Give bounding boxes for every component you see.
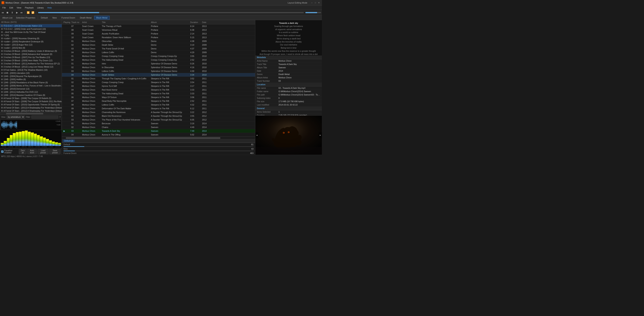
- track-row[interactable]: 03Morbus ChronThe Place of the Four Hund…: [62, 118, 255, 122]
- filter-input[interactable]: [32, 116, 58, 118]
- menu-view[interactable]: View: [15, 6, 23, 9]
- playlist-item[interactable]: 3 Inches Of Blood - [2009] Here Waits Th…: [0, 59, 62, 62]
- close-button[interactable]: ✕: [318, 2, 320, 4]
- playlist-list[interactable]: !T.O.O.H.! - [2013] Democratic Nation (1…: [0, 24, 62, 112]
- stop-button[interactable]: ⏹: [6, 11, 10, 15]
- track-row[interactable]: 07Svart CrownThe Therapy of FleshProfane…: [62, 25, 255, 28]
- tab-funeral-doom[interactable]: Funeral Doom: [59, 16, 78, 20]
- track-row[interactable]: 02Morbus ChronIn ObscuritasSplendour Of …: [62, 66, 255, 69]
- playlist-item[interactable]: <code> - [2013] Augur Nox (12): [0, 43, 62, 46]
- playlist-item[interactable]: 1349 - [2010] Demonoir (13): [0, 87, 62, 90]
- shuffle-button[interactable]: 🔀: [26, 11, 30, 15]
- prev-button[interactable]: ⏮: [1, 11, 5, 15]
- playlist-item[interactable]: A Forest Of Stars - [2008] The Corpse Of…: [0, 100, 62, 103]
- track-row[interactable]: 02Morbus ChronCreepy Creeping CreepSleep…: [62, 81, 255, 84]
- track-row[interactable]: 04Morbus ChronAurora In The OffingSweven…: [62, 133, 255, 137]
- playlist-item[interactable]: 3 Inches Of Blood - [2002] Battlecry Und…: [0, 49, 62, 53]
- track-row[interactable]: 06Morbus ChronWays Of TortureSleepers In…: [62, 95, 255, 99]
- menu-edit[interactable]: Edit: [8, 6, 15, 9]
- playlist-item[interactable]: ...And You Will Know Us By The Trail Of …: [0, 31, 62, 34]
- track-row[interactable]: 04Morbus ChronLidless CoffinDemo4:292009: [62, 51, 255, 54]
- col-header-date[interactable]: Date: [201, 21, 211, 24]
- playlist-item[interactable]: 3 Inches Of Blood - [2011] Anthems For T…: [0, 62, 62, 65]
- volume-slider[interactable]: [306, 12, 321, 13]
- playlist-item[interactable]: <code> - [2009] Resplendent Grotesque (8…: [0, 40, 62, 43]
- tab-death-metal[interactable]: Death Metal: [78, 16, 94, 20]
- playlist-item[interactable]: 3 Inches Of Blood - [2012] Long Live Hea…: [0, 65, 62, 68]
- playlist-item[interactable]: 1349 - [2005] Hellfire (8): [0, 78, 62, 81]
- progress-bar[interactable]: [38, 12, 304, 13]
- track-row[interactable]: 07Morbus ChronDead Body Pile NecrophileS…: [62, 99, 255, 103]
- filter-help-button[interactable]: ?: [59, 116, 60, 118]
- track-row[interactable]: 08Morbus ChronLidless CoffinSleepers In …: [62, 103, 255, 107]
- track-row[interactable]: ▶03Morbus ChronTowards A Dark SkySweven7…: [62, 129, 255, 133]
- playlist-item[interactable]: 1349 - [2014] Massive Cauldron Of Chaos …: [0, 93, 62, 97]
- track-row[interactable]: 05Morbus ChronThe Hallucinating DeadSlee…: [62, 92, 255, 95]
- bottom-tab-default2[interactable]: Default [2]: [63, 139, 75, 142]
- playlist-item[interactable]: 3 Inches Of Blood - [2007] Fire Up The B…: [0, 56, 62, 59]
- eq-enabled-checkbox[interactable]: [1, 150, 4, 153]
- playlist-item[interactable]: 1349 - [2009] Revelations of the Black F…: [0, 81, 62, 84]
- track-row[interactable]: 02Morbus ChronDeath StrikeDemo3:192009: [62, 43, 255, 47]
- playlist-item[interactable]: A Forest Of Stars - [2012] A Shadowplay …: [0, 109, 62, 112]
- col-header-title[interactable]: Title: [101, 21, 150, 24]
- tab-new[interactable]: New: [50, 16, 59, 20]
- col-header-duration[interactable]: Duration: [190, 21, 201, 24]
- track-row[interactable]: 09Morbus ChronDeformation Of The Dark Ma…: [62, 107, 255, 110]
- track-row[interactable]: 08Svart CrownVenomous RitualProfane6:382…: [62, 28, 255, 32]
- track-row[interactable]: 09Svart CrownAscetic PurificationProfane…: [62, 32, 255, 36]
- playlist-horizontal-scrollbar[interactable]: [0, 112, 62, 115]
- counts-row[interactable]: Funeral Doom483: [62, 151, 255, 155]
- counts-row[interactable]: New43: [62, 147, 255, 151]
- track-row[interactable]: 02Morbus ChronBlack Orb ReverenceA Saunt…: [62, 114, 255, 118]
- playlist-item[interactable]: A Forest Of Stars - [2008] The Corpse Of…: [0, 97, 62, 100]
- counts-row[interactable]: Default81: [62, 143, 255, 146]
- save-preset-button[interactable]: Save preset: [49, 149, 60, 154]
- col-header-playing[interactable]: Playing: [63, 21, 70, 24]
- menu-playback[interactable]: Playback: [23, 6, 35, 9]
- playlist-item[interactable]: <code> - [2015] Mut (9): [0, 46, 62, 49]
- menu-library[interactable]: Library: [36, 6, 46, 9]
- playlist-item[interactable]: <code> - [2005] Nouveau Gloaming (8): [0, 37, 62, 40]
- zero-all-button[interactable]: Zero all: [19, 149, 26, 154]
- col-header-album[interactable]: Album: [150, 21, 190, 24]
- playlist-item[interactable]: !T.O.O.H.! - [2005] Order and Punishment…: [0, 27, 62, 31]
- minimize-button[interactable]: ─: [310, 2, 313, 4]
- tab-album-list[interactable]: Album List: [1, 16, 14, 20]
- maximize-button[interactable]: □: [314, 2, 317, 4]
- playlist-item[interactable]: A Forest Of Stars - [2010] Opportunistic…: [0, 103, 62, 106]
- playlist-item[interactable]: 1349 - [2009] Works of Fire, Forces of H…: [0, 84, 62, 87]
- playlist-item[interactable]: !T.O.O.H.! - [2013] Democratic Nation (1…: [0, 24, 62, 27]
- auto-level-button[interactable]: Auto level: [27, 149, 37, 154]
- playlist-item[interactable]: ? (24): [0, 34, 62, 37]
- tab-default[interactable]: Default: [39, 16, 50, 20]
- track-row[interactable]: 03Morbus ChronLidless CoffinSplendour Of…: [62, 69, 255, 73]
- repeat-button[interactable]: 🔁: [31, 11, 35, 15]
- track-row[interactable]: 01Morbus ChronObscuritasDemo4:382009: [62, 39, 255, 43]
- load-preset-button[interactable]: Load preset: [38, 149, 48, 154]
- playlist-item[interactable]: 8 Foot Sativa - [2013] The Shadow Master…: [0, 68, 62, 71]
- track-row[interactable]: 02Morbus ChronThe Hallucinating DeadCree…: [62, 58, 255, 62]
- track-row[interactable]: 10Svart CrownRevelation: Down Here Still…: [62, 36, 255, 39]
- track-row[interactable]: 01Morbus ChronThrough The Gaping Gate / …: [62, 77, 255, 81]
- playlist-item[interactable]: A Forest Of Stars - [2012] A Shadowplay …: [0, 106, 62, 109]
- pause-button[interactable]: ⏸: [10, 11, 14, 15]
- col-header-artist[interactable]: Artist: [81, 21, 101, 24]
- track-row[interactable]: 03Morbus ChronThe Putrid Smell Of HellDe…: [62, 47, 255, 51]
- tracklist-bottom-scrollbar[interactable]: [62, 137, 255, 139]
- playlist-item[interactable]: 1349 - [2004] Beyond The Apocalypse (9): [0, 75, 62, 78]
- tracklist-body[interactable]: 07Svart CrownThe Therapy of FleshProfane…: [62, 25, 255, 137]
- album-art-next[interactable]: ►: [319, 132, 322, 138]
- track-row[interactable]: 03Morbus ChronHymns To A StiffSleepers I…: [62, 84, 255, 88]
- album-art-prev[interactable]: ◄: [255, 132, 258, 138]
- track-row[interactable]: 04Morbus ChronDeath StrikesSplendour Of …: [62, 73, 255, 77]
- track-row[interactable]: 01Morbus ChronIntroSplendour Of Disease …: [62, 62, 255, 66]
- playlist-item[interactable]: 3 Inches Of Blood - [2004] Advance And V…: [0, 53, 62, 56]
- playlist-item[interactable]: 1349 - [2011] Hellveitia Fire DVD (12): [0, 90, 62, 93]
- tab-selection-properties[interactable]: Selection Properties: [14, 16, 37, 20]
- track-row[interactable]: 01Morbus ChronChanneling the NuminousA S…: [62, 110, 255, 114]
- col-header-trackno[interactable]: Track no: [70, 21, 81, 24]
- view-select[interactable]: by artist/album: [7, 115, 25, 119]
- playlist-item[interactable]: 1349 - [2003] Liberation (10): [0, 71, 62, 75]
- track-row[interactable]: 01Morbus ChronCreepy Creeping CreepCreep…: [62, 54, 255, 58]
